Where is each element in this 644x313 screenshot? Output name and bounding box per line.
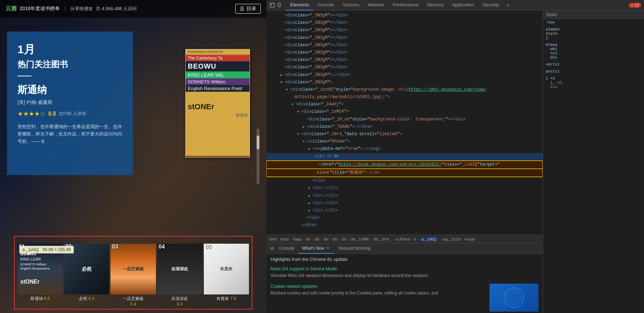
page-scrollbar[interactable] bbox=[257, 128, 259, 185]
tree-line-selected[interactable]: … <li> == $0 bbox=[266, 153, 543, 160]
breadcrumb-sep: › bbox=[303, 237, 304, 241]
tree-line[interactable]: <div class="_1cnXE" style="background-im… bbox=[266, 86, 543, 93]
toggle-expanded[interactable] bbox=[280, 79, 285, 86]
tree-line[interactable]: <div class="_3N3gM"></div> bbox=[266, 12, 543, 19]
tree-line[interactable]: <div class="_3N3gM"></div> bbox=[266, 34, 543, 42]
breadcrumb-sep: › bbox=[462, 237, 463, 241]
cover-line4: KING LEAR WIL bbox=[186, 71, 250, 78]
tree-line[interactable]: </ul> bbox=[266, 214, 543, 222]
tree-line[interactable]: <div class="_3N3gM"></div> bbox=[266, 56, 543, 64]
toggle-expanded[interactable] bbox=[297, 131, 301, 138]
breadcrumb-div4[interactable]: div bbox=[332, 237, 337, 241]
bottom-settings-icon[interactable]: ⚙ bbox=[269, 246, 275, 251]
breadcrumb-div-1smtk[interactable]: div._1sMtK bbox=[351, 237, 370, 241]
breadcrumb-div2[interactable]: div bbox=[315, 237, 320, 241]
whats-new-label: What's New bbox=[302, 246, 324, 251]
styles-content[interactable]: :hov elemen style } AYaea whi col dis ve… bbox=[543, 19, 644, 313]
tree-line[interactable]: </div> bbox=[266, 222, 543, 229]
tree-line-url-continue[interactable]: activity_page/raw/public/p1091.jpg);"> bbox=[266, 93, 543, 101]
toggle-collapsed[interactable] bbox=[308, 207, 313, 214]
close-whatsnew-tab[interactable]: ✕ bbox=[325, 245, 331, 251]
toggle-expanded[interactable] bbox=[286, 86, 290, 93]
tree-line[interactable]: <svg data-def="true">…</svg> bbox=[266, 145, 543, 153]
hero-card: 1月 热门关注图书 斯通纳 [美] 约翰·威廉斯 ★★★★☆ 8.8 32735… bbox=[7, 32, 133, 175]
style-rule-element: elemen style } bbox=[546, 27, 641, 40]
breadcrumb-div-10r4[interactable]: div._10r4_ bbox=[373, 237, 391, 241]
tree-line-highlighted-2[interactable]: _blank" title="斯通纳">…</a> bbox=[266, 169, 543, 177]
more-tabs-button[interactable]: » bbox=[504, 0, 512, 11]
toggle-expanded[interactable] bbox=[292, 101, 296, 108]
toc-button[interactable]: ☰ 目录 bbox=[235, 4, 261, 14]
html-tree[interactable]: <div class="_3N3gM"></div> <div class="_… bbox=[266, 11, 543, 235]
tab-performance[interactable]: Performance bbox=[388, 0, 423, 11]
site-logo: 豆瓣 bbox=[6, 5, 17, 13]
tree-line[interactable]: <div class="_3N3gM"></div> bbox=[266, 27, 543, 34]
tree-line[interactable]: <div class="_7m5Ak">…</div> bbox=[266, 123, 543, 131]
tree-line[interactable]: <div class="_1H_eV" style="background-co… bbox=[266, 116, 543, 123]
tab-sources[interactable]: Sources bbox=[338, 0, 364, 11]
whats-new-link-1[interactable]: Moto G4 support in Device Mode bbox=[271, 266, 538, 271]
tree-line[interactable]: <div class="_3N3gM"> bbox=[266, 79, 543, 86]
toggle-collapsed[interactable] bbox=[308, 185, 313, 192]
tree-line[interactable]: <li>…</li> bbox=[266, 192, 543, 200]
toggle-collapsed[interactable] bbox=[280, 72, 285, 78]
device-mode-icon[interactable] bbox=[276, 2, 282, 8]
tree-line[interactable]: <li>…</li> bbox=[266, 200, 543, 207]
toc-label: 目录 bbox=[246, 6, 256, 12]
tree-line[interactable]: <div class="_24wVj"> bbox=[266, 101, 543, 108]
tree-line[interactable]: <div class="_10r4_" data-scroll="limited… bbox=[266, 131, 543, 138]
tree-line[interactable]: <div class="_1sMtK"> bbox=[266, 108, 543, 116]
breadcrumb-sep: › bbox=[348, 237, 349, 241]
breadcrumb-app[interactable]: #app bbox=[293, 237, 301, 241]
header-visitors: 共 4,568,488 人访问 bbox=[96, 6, 137, 12]
tab-network[interactable]: Network bbox=[364, 0, 389, 11]
breadcrumb-html[interactable]: html bbox=[269, 237, 277, 241]
breadcrumb-ul-ayaea[interactable]: ul.AYaea bbox=[395, 237, 410, 241]
toggle-collapsed[interactable] bbox=[303, 124, 307, 130]
breadcrumb-div3[interactable]: div bbox=[324, 237, 329, 241]
hero-month: 1月 bbox=[17, 42, 122, 57]
tree-line[interactable]: </li> bbox=[266, 177, 543, 185]
breadcrumb-a-1iaiq[interactable]: a._1iAIQ bbox=[420, 237, 438, 242]
tree-line[interactable]: <ul class="AYaea"> bbox=[266, 138, 543, 145]
whats-new-desc-1: Simulate Moto G4 viewport dimensions and… bbox=[271, 272, 538, 279]
tree-line[interactable]: <li>…</li> bbox=[266, 207, 543, 214]
whats-new-link-2[interactable]: Cookie-related updates bbox=[271, 284, 485, 289]
tree-line[interactable]: <div class="_3N3gM"></div> bbox=[266, 49, 543, 56]
bottom-tab-console[interactable]: Console bbox=[276, 243, 298, 254]
tab-elements[interactable]: Elements bbox=[286, 0, 313, 11]
thumbnail-moto-g4 bbox=[489, 284, 538, 312]
cover-line7: stONEr 斯通纳 bbox=[186, 92, 250, 156]
toggle-expanded[interactable] bbox=[303, 138, 307, 145]
breadcrumb-div5[interactable]: div bbox=[342, 237, 346, 241]
svg-rect-1 bbox=[271, 4, 272, 5]
breadcrumb-image[interactable]: image bbox=[465, 237, 475, 241]
breadcrumb-sep: › bbox=[312, 237, 313, 241]
breadcrumb-body[interactable]: body bbox=[280, 237, 289, 241]
tree-line-highlighted[interactable]: <a href="https://book.douban.com/subject… bbox=[266, 161, 543, 169]
breadcrumb-div1[interactable]: div bbox=[306, 237, 310, 241]
tab-security[interactable]: Security bbox=[478, 0, 503, 11]
tab-application[interactable]: Application bbox=[448, 0, 479, 11]
whats-new-item-2: Cookie-related updates Blocked cookies a… bbox=[271, 284, 538, 312]
tree-line[interactable]: <div class="_3N3gM"></div> bbox=[266, 64, 543, 71]
toggle-collapsed[interactable] bbox=[308, 146, 313, 152]
toggle-collapsed[interactable] bbox=[308, 193, 313, 199]
toggle-collapsed[interactable] bbox=[308, 200, 313, 207]
bottom-tab-whatsnew[interactable]: What's New ✕ bbox=[299, 243, 334, 254]
devtools-tabs: Elements Console Sources Network Perform… bbox=[286, 0, 503, 11]
bottom-content: Highlights from the Chrome 81 update Mot… bbox=[266, 254, 543, 313]
rating-number: 8.8 bbox=[48, 111, 56, 117]
tree-line[interactable]: <li>…</li> bbox=[266, 185, 543, 192]
tab-memory[interactable]: Memory bbox=[423, 0, 448, 11]
whats-new-item-row-1: Moto G4 support in Device Mode Simulate … bbox=[271, 266, 538, 279]
tree-line[interactable]: <div class="_3N3gM">…</div> bbox=[266, 71, 543, 79]
bottom-tab-request-blocking[interactable]: Request blocking bbox=[335, 243, 374, 254]
toggle-expanded[interactable] bbox=[297, 109, 301, 115]
breadcrumb-li[interactable]: li bbox=[414, 237, 416, 241]
breadcrumb-svg-2q7pl[interactable]: svg._2q7pl bbox=[442, 237, 460, 241]
tree-line[interactable]: <div class="_3N3gM"></div> bbox=[266, 42, 543, 49]
tree-line[interactable]: <div class="_3N3gM"></div> bbox=[266, 19, 543, 27]
inspect-icon[interactable] bbox=[269, 2, 276, 8]
tab-console[interactable]: Console bbox=[313, 0, 338, 11]
